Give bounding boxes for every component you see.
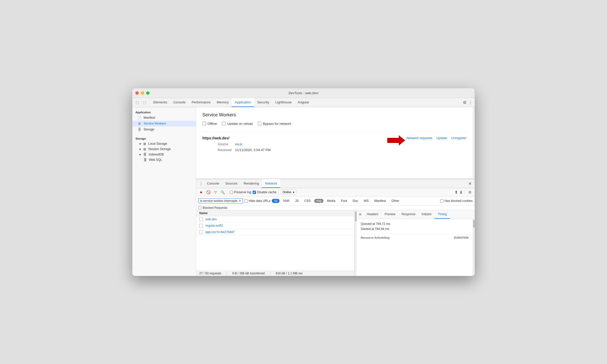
- item-name-2: regular.woff2: [205, 224, 223, 227]
- tab-application[interactable]: Application: [232, 98, 254, 107]
- update-reload-label[interactable]: Update on reload: [222, 122, 253, 126]
- tab-elements[interactable]: Elements: [150, 98, 170, 107]
- top-panel-scrollbar[interactable]: [473, 107, 475, 179]
- timing-queued: Queued at 794.72 ms: [361, 222, 469, 226]
- tab-rendering-bottom[interactable]: Rendering: [240, 179, 262, 188]
- filter-other[interactable]: Other: [390, 199, 401, 203]
- top-area: Service Workers Offline Update on reload: [196, 107, 475, 179]
- indexeddb-label: IndexedDB: [149, 153, 164, 156]
- sidebar-item-manifest[interactable]: 📄 Manifest: [132, 115, 196, 121]
- update-link[interactable]: Update: [436, 136, 447, 140]
- bypass-network-text: Bypass for network: [263, 122, 291, 126]
- filter-media[interactable]: Media: [325, 199, 337, 203]
- list-item[interactable]: web.dev: [196, 216, 354, 223]
- list-item[interactable]: regular.woff2: [196, 223, 354, 229]
- tab-angular[interactable]: Angular: [295, 98, 312, 107]
- filter-font[interactable]: Font: [339, 199, 349, 203]
- tab-console[interactable]: Console: [170, 98, 189, 107]
- list-scrollbar[interactable]: [355, 210, 357, 276]
- sidebar-local-storage[interactable]: ▶ ⊞ Local Storage: [132, 141, 196, 147]
- network-list-area: Name web.dev regular.woff2: [196, 210, 475, 276]
- close-button[interactable]: [135, 91, 139, 95]
- offline-checkbox[interactable]: [202, 122, 206, 125]
- filter-all[interactable]: All: [272, 199, 279, 203]
- sidebar-web-sql[interactable]: 🗄 Web SQL: [132, 157, 196, 163]
- detail-tab-headers[interactable]: Headers: [364, 210, 381, 219]
- filter-xhr[interactable]: XHR: [281, 199, 291, 203]
- tab-security[interactable]: Security: [254, 98, 272, 107]
- search-button[interactable]: 🔍: [220, 189, 225, 195]
- filter-button[interactable]: ▽: [213, 189, 218, 195]
- sidebar-item-storage[interactable]: 🗄 Storage: [132, 127, 196, 132]
- hide-data-urls-label[interactable]: Hide data URLs: [244, 199, 271, 203]
- toolbar-separator-1: [227, 190, 228, 195]
- tab-performance[interactable]: Performance: [189, 98, 214, 107]
- disable-cache-checkbox[interactable]: [253, 191, 256, 194]
- detail-tab-initiator[interactable]: Initiator: [418, 210, 435, 219]
- offline-label[interactable]: Offline: [202, 122, 217, 126]
- has-blocked-checkbox[interactable]: [440, 199, 443, 203]
- filter-manifest[interactable]: Manifest: [372, 199, 388, 203]
- filter-doc[interactable]: Doc: [351, 199, 360, 203]
- network-settings-icon[interactable]: ⚙: [467, 189, 473, 195]
- maximize-button[interactable]: [146, 91, 149, 95]
- cursor-icon[interactable]: ⬚: [134, 100, 140, 105]
- filter-css[interactable]: CSS: [302, 199, 313, 203]
- has-blocked-label[interactable]: Has blocked cookies: [440, 199, 473, 203]
- blocked-requests-label[interactable]: Blocked Requests: [198, 206, 227, 210]
- more-tabs-icon[interactable]: ⋮: [198, 181, 204, 186]
- settings-icon[interactable]: ⚙: [463, 100, 466, 105]
- bypass-network-label[interactable]: Bypass for network: [258, 122, 291, 126]
- detail-tab-response[interactable]: Response: [399, 210, 418, 219]
- tab-sources-bottom[interactable]: Sources: [222, 179, 241, 188]
- detail-scrollbar[interactable]: [473, 219, 475, 276]
- tab-console-bottom[interactable]: Console: [204, 179, 222, 188]
- filter-input-text: is:service-worker-intercepte: [200, 199, 238, 203]
- sidebar-item-service-workers[interactable]: ⚙ Service Workers: [132, 121, 196, 127]
- close-bottom-panel[interactable]: ✕: [467, 181, 473, 186]
- preserve-log-checkbox[interactable]: [230, 191, 233, 194]
- minimize-button[interactable]: [141, 91, 144, 95]
- clear-button[interactable]: 🚫: [205, 189, 211, 195]
- upload-button[interactable]: ⬆: [454, 190, 458, 195]
- filter-ws[interactable]: WS: [362, 199, 371, 203]
- tab-lighthouse[interactable]: Lighthouse: [272, 98, 295, 107]
- item-name-1: web.dev: [205, 217, 217, 221]
- sidebar-indexeddb[interactable]: ▶ 🗄 IndexedDB: [132, 152, 196, 157]
- sidebar-session-storage[interactable]: ▶ ⊞ Session Storage: [132, 147, 196, 152]
- requests-count: 27 / 50 requests: [199, 272, 221, 275]
- storage-section: Storage ▶ ⊞ Local Storage ▶ ⊞ Session St…: [132, 136, 196, 163]
- received-label: Received: [218, 148, 233, 152]
- bypass-network-checkbox[interactable]: [258, 122, 261, 125]
- source-link[interactable]: sw.js: [235, 142, 242, 146]
- preserve-log-label[interactable]: Preserve log: [230, 190, 251, 194]
- offline-text: Offline: [207, 122, 217, 126]
- web-sql-icon: 🗄: [144, 158, 147, 162]
- unregister-link[interactable]: Unregister: [451, 136, 466, 140]
- online-select[interactable]: Online ▼: [281, 190, 297, 195]
- disable-cache-label[interactable]: Disable cache: [253, 190, 276, 194]
- filter-input-wrapper[interactable]: is:service-worker-intercepte ✕: [198, 198, 243, 203]
- detail-body: Queued at 794.72 ms Started at 794.94 ms…: [357, 219, 475, 276]
- list-item[interactable]: app.css?v=6e2768d7: [196, 229, 354, 235]
- hide-data-urls-checkbox[interactable]: [244, 199, 248, 203]
- update-reload-checkbox[interactable]: [222, 122, 226, 125]
- network-requests-link[interactable]: Network requests: [406, 136, 432, 140]
- blocked-requests-checkbox[interactable]: [198, 206, 202, 209]
- detail-tab-timing[interactable]: Timing: [435, 210, 450, 219]
- hide-data-urls-text: Hide data URLs: [249, 199, 271, 203]
- filter-clear-icon[interactable]: ✕: [239, 199, 241, 203]
- filter-img[interactable]: Img: [314, 199, 323, 203]
- sidebar-storage-section: Storage: [132, 136, 196, 141]
- tab-memory[interactable]: Memory: [214, 98, 232, 107]
- detail-tab-preview[interactable]: Preview: [381, 210, 399, 219]
- dock-icon[interactable]: ⬚: [142, 100, 147, 105]
- close-detail-icon[interactable]: ✕: [359, 212, 362, 216]
- filter-js[interactable]: JS: [293, 199, 301, 203]
- sw-entry: https://web.dev/ Network requests Update: [202, 132, 466, 156]
- download-button[interactable]: ⬇: [459, 190, 463, 195]
- record-button[interactable]: ●: [198, 189, 204, 195]
- toolbar-separator-3: [465, 190, 465, 195]
- tab-network-bottom[interactable]: Network: [262, 179, 280, 188]
- more-icon[interactable]: ⋮: [469, 100, 473, 105]
